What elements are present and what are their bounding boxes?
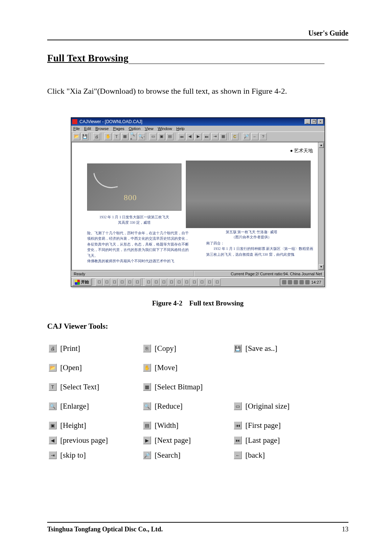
first-page-icon: ⏮ [234,421,242,429]
tb-zoom-out-icon[interactable]: 🔍- [138,133,145,140]
menu-edit[interactable]: Edit [84,126,91,131]
tray-icon[interactable] [288,280,292,284]
tool-reduce: [Reduce] [155,402,183,411]
tb-select-text-icon[interactable]: T [113,133,120,140]
tool-height: [Height] [60,421,86,430]
move-icon: ✋ [143,364,151,372]
task-icon[interactable]: ☐ [145,279,152,286]
tool-search: [Search] [155,451,180,460]
tool-seltext: [Select Text] [60,382,99,392]
tools-grid: 🖨[Print] ⎘[Copy] 💾[Save as..] 📂[Open] ✋[… [49,344,348,430]
tb-skip-icon[interactable]: ⇥ [211,133,219,140]
menu-help[interactable]: Help [176,126,185,131]
maximize-button[interactable]: ❐ [311,119,317,124]
ql-icon[interactable]: ☐ [95,279,103,286]
tool-next: [Next page] [155,436,191,445]
tool-first: [First page] [245,421,281,430]
select-text-icon: T [49,383,57,391]
tb-search-icon[interactable]: 🔎 [243,133,250,140]
task-icon[interactable]: ☐ [168,279,175,286]
task-icon[interactable]: ☐ [213,279,221,286]
tb-zoom-in-icon[interactable]: 🔍+ [130,133,137,140]
task-icon[interactable]: ☐ [175,279,183,286]
tb-last-icon[interactable]: ⏭ [203,133,210,140]
ql-icon[interactable]: ☐ [111,279,118,286]
scroll-up-icon[interactable]: ▲ [319,143,324,148]
status-right: Current Page:2/ Current ratio:94. China … [194,271,324,277]
scroll-down-icon[interactable]: ▼ [319,264,324,270]
tool-prev: [previous page] [60,436,108,445]
menu-file[interactable]: File [73,126,80,131]
open-icon: 📂 [49,364,57,372]
tb-select-bitmap-icon[interactable]: ▦ [121,133,128,140]
system-tray: 14:27 [280,279,323,286]
section-title: Full Text Browsing [47,53,348,64]
windows-flag-icon [75,280,80,285]
footer-page: 13 [342,526,348,533]
ql-icon[interactable]: ☐ [126,279,133,286]
task-icon[interactable]: ☐ [160,279,167,286]
tb-move-icon[interactable]: ✋ [105,133,112,140]
tb-grid-icon[interactable]: ▦ [220,133,227,140]
menu-browse[interactable]: Browse [95,126,109,131]
height-icon: ▣ [49,421,57,429]
tb-save-icon[interactable]: 💾 [81,133,89,140]
tb-open-icon[interactable]: 📂 [73,133,80,140]
minimize-button[interactable]: _ [305,119,310,124]
tray-icon[interactable] [299,280,304,284]
task-icon[interactable]: ☐ [198,279,205,286]
back-icon: ← [234,451,242,459]
menubar: File Edit Browse Pages Option View Windo… [71,126,324,131]
section-title-text: Full Text Browsing [47,53,128,64]
tray-icon[interactable] [305,280,310,284]
vertical-scrollbar[interactable]: ▲ ▼ [318,142,324,270]
tb-back-icon[interactable]: ← [251,133,258,140]
next-page-icon: ▶ [143,436,151,444]
taskbar: 开始 ☐ ☐ ☐ ☐ ☐ ☐ ☐ ☐ ☐ ☐ ☐ ☐ [71,277,324,287]
copy-icon: ⎘ [143,344,151,352]
tray-icon[interactable] [294,280,298,284]
menu-pages[interactable]: Pages [113,126,124,131]
tb-width-icon[interactable]: ▤ [166,133,173,140]
task-icon[interactable]: ☐ [191,279,198,286]
task-icon[interactable]: ☐ [152,279,160,286]
close-button[interactable]: × [318,119,323,124]
prev-page-icon: ◀ [49,436,57,444]
intro-paragraph: Click "Xia Zai"(Download) to browse the … [47,86,348,97]
save-icon: 💾 [234,344,242,352]
tb-first-icon[interactable]: ⏮ [178,133,185,140]
tool-copy: [Copy] [155,344,176,353]
menu-window[interactable]: Window [158,126,172,131]
document-viewport[interactable]: 艺术天地 800 1932 年 1 月 1 日发售大版区一级第三枚飞天 其高度 … [72,142,324,270]
tb-height-icon[interactable]: ▣ [158,133,165,140]
tb-c-icon[interactable]: C [231,133,238,140]
start-button[interactable]: 开始 [72,279,91,286]
quick-launch: ☐ ☐ ☐ ☐ ☐ ☐ [95,279,141,286]
ql-icon[interactable]: ☐ [118,279,126,286]
tb-help-icon[interactable]: ? [260,133,267,140]
tray-icon[interactable] [282,280,286,284]
enlarge-icon: 🔍 [49,402,57,410]
tool-move: [Move] [155,363,177,372]
tb-next-icon[interactable]: ▶ [195,133,202,140]
tb-print-icon[interactable]: 🖨 [93,133,100,140]
cajviewer-window: CAJViewer - [DOWNLOAD.CAJ] _ ❐ × File Ed… [71,117,325,287]
footer-left: Tsinghua Tongfang Optical Disc Co., Ltd. [47,526,163,533]
tool-enlarge: [Enlarge] [60,402,89,411]
tb-prev-icon[interactable]: ◀ [186,133,193,140]
tools-heading: CAJ Viewer Tools: [47,322,348,331]
tool-print: [Print] [60,344,80,353]
task-icon[interactable]: ☐ [183,279,190,286]
task-icon[interactable]: ☐ [206,279,213,286]
ql-icon[interactable]: ☐ [103,279,110,286]
tools-grid-2: ◀[previous page] ▶[Next page] ⏭[Last pag… [49,436,348,460]
menu-view[interactable]: View [145,126,154,131]
photo-left: 800 [87,163,181,211]
tool-orig: [Original size] [245,402,290,411]
window-title: CAJViewer - [DOWNLOAD.CAJ] [79,119,305,124]
menu-option[interactable]: Option [129,126,140,131]
tool-skip: [skip to] [60,451,86,460]
figure-wrap: CAJViewer - [DOWNLOAD.CAJ] _ ❐ × File Ed… [47,117,348,287]
ql-icon[interactable]: ☐ [134,279,141,286]
tb-original-icon[interactable]: ▭ [150,133,157,140]
